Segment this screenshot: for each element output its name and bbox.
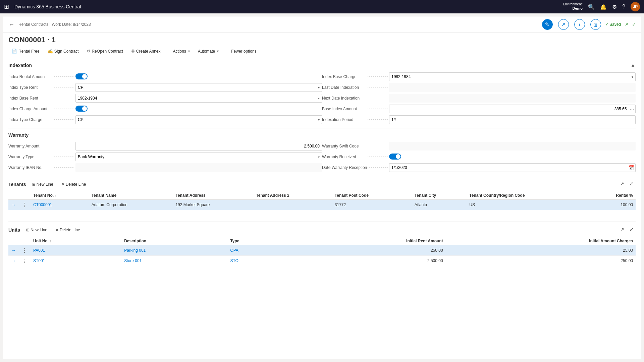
- units-table-body: → ⋮ PA001 Parking 001 OPA 250.00 25.00 →…: [8, 245, 636, 266]
- fewer-options-label: Fewer options: [231, 49, 256, 54]
- row-more[interactable]: ⋮: [18, 245, 31, 256]
- units-fullscreen-button[interactable]: ⤢: [628, 225, 636, 233]
- warranty-right-column: Warranty Swift Code Warranty Received Da…: [322, 142, 636, 172]
- table-row[interactable]: → ⋮ ST001 Store 001 STO 2,500.00 250.00: [8, 256, 636, 266]
- row-more[interactable]: ⋮: [18, 256, 31, 266]
- index-charge-amount-value: [75, 106, 322, 113]
- indexation-period-input[interactable]: [389, 115, 636, 124]
- date-warranty-reception-wrap: 📅: [389, 163, 636, 172]
- index-base-charge-select-wrap[interactable]: 1982-1984 ▾: [389, 72, 636, 81]
- index-base-charge-value: 1982-1984 ▾: [389, 72, 636, 81]
- avatar[interactable]: JP: [631, 2, 640, 11]
- tenant-no-link[interactable]: CT000001: [33, 202, 52, 207]
- actions-dropdown-button[interactable]: Actions: [170, 47, 193, 55]
- warranty-iban-input[interactable]: [75, 163, 322, 172]
- tenants-name-col: Tenant Name: [89, 192, 173, 199]
- edit-button[interactable]: ✎: [542, 19, 553, 30]
- index-base-charge-select[interactable]: 1982-1984: [389, 73, 630, 81]
- index-type-rent-select-wrap[interactable]: CPI ▾: [75, 83, 322, 92]
- top-navigation: ⊞ Dynamics 365 Business Central Environm…: [0, 0, 644, 13]
- units-new-line-button[interactable]: ⊞ New Line: [24, 227, 49, 233]
- warranty-left-column: Warranty Amount Warranty Type Bank Warra…: [8, 142, 322, 172]
- unit-desc-link[interactable]: Store 001: [124, 258, 142, 263]
- index-base-rent-select-wrap[interactable]: 1982-1984 ▾: [75, 94, 322, 103]
- tenants-new-line-button[interactable]: ⊞ New Line: [30, 181, 55, 188]
- indexation-period-label: Indexation Period: [322, 117, 389, 122]
- delete-button[interactable]: 🗑: [590, 19, 601, 30]
- tenants-delete-line-button[interactable]: ✕ Delete Line: [59, 181, 88, 188]
- base-index-dots-button[interactable]: ···: [629, 106, 635, 112]
- fewer-options-button[interactable]: Fewer options: [228, 47, 260, 55]
- warranty-swift-input[interactable]: [389, 142, 636, 150]
- warranty-received-toggle[interactable]: [389, 154, 401, 160]
- app-grid-icon[interactable]: ⊞: [4, 3, 9, 10]
- index-type-charge-select-wrap[interactable]: CPI ▾: [75, 115, 322, 124]
- base-index-amount-input[interactable]: [389, 107, 629, 111]
- unit-no-link[interactable]: ST001: [33, 258, 45, 263]
- tenants-expand-button[interactable]: ↗: [618, 180, 626, 188]
- tenant-address: 192 Market Square: [173, 199, 253, 210]
- index-type-charge-select[interactable]: CPI: [76, 116, 316, 124]
- calendar-icon[interactable]: 📅: [627, 165, 635, 170]
- date-warranty-reception-value: 📅: [389, 163, 636, 172]
- share-button[interactable]: ↗: [558, 19, 569, 30]
- rental-pct: 100.00: [590, 199, 636, 210]
- expand-icon[interactable]: ⤢: [632, 22, 636, 27]
- rental-free-button[interactable]: 📄 Rental Free: [8, 47, 43, 55]
- warranty-type-select-wrap[interactable]: Bank Warranty ▾: [75, 153, 322, 161]
- index-rental-amount-toggle[interactable]: [75, 73, 88, 79]
- warranty-amount-input[interactable]: [76, 144, 322, 148]
- reopen-contract-button[interactable]: ↺ ReOpen Contract: [83, 47, 126, 55]
- rental-free-icon: 📄: [12, 49, 17, 54]
- last-date-indexation-input[interactable]: [389, 83, 636, 92]
- units-sort-icon: ↑: [50, 239, 51, 243]
- unit-no-link[interactable]: PA001: [33, 248, 45, 253]
- indexation-form-grid: Index Rental Amount Index Type Rent CPI: [8, 72, 636, 124]
- warranty-iban-label: Warranty IBAN No.: [8, 165, 75, 170]
- units-delete-line-button[interactable]: ✕ Delete Line: [53, 227, 82, 233]
- unit-type-link[interactable]: STO: [230, 258, 238, 263]
- row-more-button[interactable]: ⋮: [21, 201, 28, 208]
- bell-icon[interactable]: 🔔: [600, 4, 607, 10]
- index-type-charge-label: Index Type Charge: [8, 117, 75, 122]
- search-icon[interactable]: 🔍: [588, 4, 595, 10]
- last-date-indexation-row: Last Date Indexation: [322, 83, 636, 92]
- back-button[interactable]: ←: [8, 21, 14, 28]
- indexation-period-row: Indexation Period: [322, 115, 636, 124]
- table-row[interactable]: → ⋮ CT000001 Adatum Corporation 192 Mark…: [8, 199, 636, 210]
- row-more-button[interactable]: ⋮: [21, 247, 28, 254]
- unit-desc-link[interactable]: Parking 001: [124, 248, 146, 253]
- table-row[interactable]: → ⋮ PA001 Parking 001 OPA 250.00 25.00: [8, 245, 636, 256]
- initial-rent-amount: 250.00: [283, 245, 446, 256]
- add-button[interactable]: +: [574, 19, 585, 30]
- create-annex-button[interactable]: ✚ Create Annex: [128, 47, 164, 55]
- warranty-swift-value: [389, 142, 636, 150]
- tenants-header-row: Tenant No. ↑ Tenant Name Tenant Address …: [8, 192, 636, 199]
- rental-free-label: Rental Free: [18, 49, 40, 54]
- index-base-rent-select[interactable]: 1982-1984: [76, 94, 316, 102]
- units-expand-button[interactable]: ↗: [618, 225, 626, 233]
- page-container: ← Rental Contracts | Work Date: 8/14/202…: [3, 16, 641, 359]
- sign-contract-button[interactable]: ✍ Sign Contract: [44, 47, 82, 55]
- row-more-button[interactable]: ⋮: [21, 257, 28, 264]
- index-charge-amount-toggle[interactable]: [75, 106, 88, 112]
- warranty-type-select[interactable]: Bank Warranty: [76, 153, 316, 161]
- help-icon[interactable]: ?: [622, 4, 625, 10]
- gear-icon[interactable]: ⚙: [612, 4, 617, 10]
- tenants-fullscreen-button[interactable]: ⤢: [628, 180, 636, 188]
- date-warranty-reception-input[interactable]: [389, 165, 627, 170]
- index-type-rent-select[interactable]: CPI: [76, 83, 316, 92]
- initial-rent-amount: 2,500.00: [283, 256, 446, 266]
- delete-icon: 🗑: [593, 22, 598, 27]
- app-title: Dynamics 365 Business Central: [14, 4, 559, 9]
- next-date-indexation-input[interactable]: [389, 94, 636, 103]
- indexation-collapse-icon[interactable]: ▲: [630, 62, 636, 68]
- open-new-icon[interactable]: ↗: [625, 22, 628, 27]
- unit-type-link[interactable]: OPA: [230, 248, 238, 253]
- automate-dropdown-button[interactable]: Automate: [195, 47, 222, 55]
- units-initial-rent-col: Initial Rent Amount: [283, 237, 446, 245]
- tenants-city-col: Tenant City: [412, 192, 467, 199]
- tenants-section-header: Tenants ⊞ New Line ✕ Delete Line ↗ ⤢: [8, 180, 636, 189]
- breadcrumb: Rental Contracts | Work Date: 8/14/2023: [18, 22, 538, 27]
- row-more[interactable]: ⋮: [18, 199, 31, 210]
